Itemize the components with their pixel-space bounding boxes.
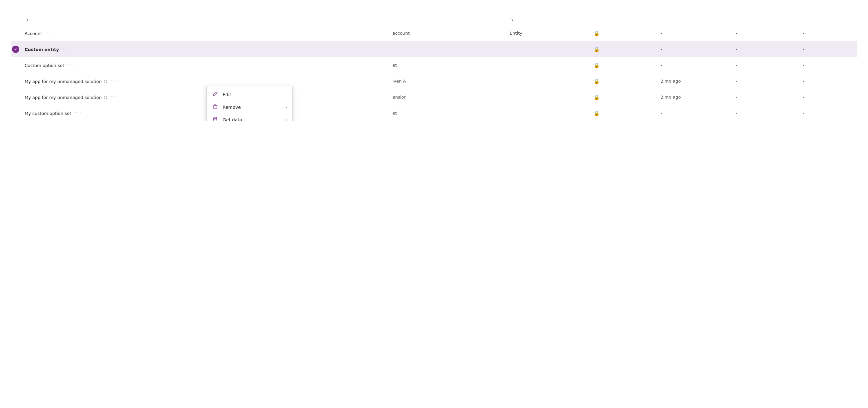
cell-owner: -	[732, 73, 799, 89]
context-menu-overlay: EditRemove›Get data›Export dataOpen in E…	[206, 86, 293, 121]
cell-type	[506, 41, 590, 57]
cell-name: iven A	[389, 73, 506, 89]
table-row[interactable]: My app for my unmanaged solution⬡ ···ens…	[11, 89, 857, 105]
breadcrumb	[0, 0, 868, 9]
cell-display-name: My app for my unmanaged solution⬡ ···	[21, 73, 389, 89]
menu-item-remove[interactable]: Remove›	[207, 101, 292, 114]
cell-status: -	[799, 105, 857, 121]
row-selector-4[interactable]	[11, 89, 21, 105]
selected-check: ✓	[12, 46, 19, 53]
ellipsis-button[interactable]: ···	[108, 93, 119, 101]
cell-display-name: My app for my unmanaged solution⬡ ···	[21, 89, 389, 105]
display-name-text: Custom entity	[25, 47, 59, 52]
menu-item-label-remove: Remove	[223, 105, 241, 110]
cell-modified: 2 mo ago	[656, 89, 732, 105]
cell-managed: 🔒	[590, 89, 656, 105]
context-menu: EditRemove›Get data›Export dataOpen in E…	[206, 86, 293, 121]
cell-name: et	[389, 57, 506, 73]
svg-point-1	[214, 117, 217, 119]
row-selector-1[interactable]: ✓	[11, 41, 21, 57]
cell-owner: -	[732, 105, 799, 121]
table-row[interactable]: ✓Custom entity ···🔒---	[11, 41, 857, 57]
cell-display-name: Custom entity ···	[21, 41, 389, 57]
submenu-chevron-icon: ›	[285, 118, 287, 121]
cell-status: -	[799, 73, 857, 89]
cell-display-name: My custom option set ···	[21, 105, 389, 121]
col-header-modified	[656, 14, 732, 25]
cell-type	[506, 105, 590, 121]
select-all-header[interactable]	[11, 14, 21, 25]
cell-owner: -	[732, 41, 799, 57]
cell-modified: -	[656, 41, 732, 57]
cell-owner: -	[732, 89, 799, 105]
lock-icon: 🔒	[593, 62, 600, 68]
table-row[interactable]: Account ···accountEntity🔒---	[11, 25, 857, 41]
cell-status: -	[799, 41, 857, 57]
cell-managed: 🔒	[590, 41, 656, 57]
row-selector-0[interactable]	[11, 25, 21, 41]
main-content: ∨ ∨	[0, 9, 868, 121]
solutions-table: ∨ ∨	[11, 14, 857, 121]
row-selector-3[interactable]	[11, 73, 21, 89]
col-header-type[interactable]: ∨	[506, 14, 590, 25]
cell-managed: 🔒	[590, 25, 656, 41]
menu-item-label-edit: Edit	[223, 92, 231, 97]
lock-icon: 🔒	[593, 46, 600, 52]
col-header-display-name[interactable]: ∨	[21, 14, 389, 25]
lock-icon: 🔒	[593, 30, 600, 36]
cell-managed: 🔒	[590, 73, 656, 89]
cell-modified: -	[656, 57, 732, 73]
external-link-icon: ⬡	[104, 95, 107, 100]
cell-owner: -	[732, 57, 799, 73]
cell-name: ensior	[389, 89, 506, 105]
submenu-chevron-icon: ›	[285, 105, 287, 110]
table-header-row: ∨ ∨	[11, 14, 857, 25]
ellipsis-button[interactable]: ···	[72, 109, 84, 117]
cell-managed: 🔒	[590, 105, 656, 121]
cell-type	[506, 89, 590, 105]
cell-status: -	[799, 25, 857, 41]
cell-display-name: Custom option set ···	[21, 57, 389, 73]
svg-rect-0	[214, 106, 217, 109]
col-header-name	[389, 14, 506, 25]
cell-modified: -	[656, 25, 732, 41]
cell-modified: -	[656, 105, 732, 121]
cell-managed: 🔒	[590, 57, 656, 73]
trash-icon	[212, 104, 219, 111]
display-name-text: Account	[25, 31, 42, 36]
cell-owner: -	[732, 25, 799, 41]
database-icon	[212, 117, 219, 121]
display-name-text: My custom option set	[25, 111, 71, 116]
table-row[interactable]: My custom option set ···et🔒---	[11, 105, 857, 121]
cell-name	[389, 41, 506, 57]
cell-display-name: Account ···	[21, 25, 389, 41]
display-name-text: Custom option set	[25, 63, 64, 68]
lock-icon: 🔒	[593, 110, 600, 116]
pencil-icon	[212, 91, 219, 98]
lock-icon: 🔒	[593, 78, 600, 84]
display-name-text: My app for my unmanaged solution	[25, 79, 102, 84]
col-header-owner	[732, 14, 799, 25]
menu-item-get-data[interactable]: Get data›	[207, 114, 292, 121]
ellipsis-button[interactable]: ···	[43, 29, 55, 37]
table-row[interactable]: My app for my unmanaged solution⬡ ···ive…	[11, 73, 857, 89]
cell-status: -	[799, 89, 857, 105]
ellipsis-button[interactable]: ···	[66, 61, 76, 69]
menu-item-label-get-data: Get data	[223, 117, 242, 121]
ellipsis-button[interactable]: ···	[108, 77, 119, 85]
col-header-status	[799, 14, 857, 25]
row-selector-5[interactable]	[11, 105, 21, 121]
cell-type: Entity	[506, 25, 590, 41]
cell-status: -	[799, 57, 857, 73]
ellipsis-button[interactable]: ···	[60, 45, 71, 53]
lock-icon: 🔒	[593, 94, 600, 100]
table-row[interactable]: Custom option set ···et🔒---	[11, 57, 857, 73]
sort-icon-type: ∨	[511, 17, 514, 22]
display-name-text: My app for my unmanaged solution	[25, 95, 102, 100]
row-selector-2[interactable]	[11, 57, 21, 73]
sort-icon-display-name: ∨	[26, 17, 29, 22]
cell-type	[506, 73, 590, 89]
external-link-icon: ⬡	[104, 79, 107, 84]
menu-item-edit[interactable]: Edit	[207, 88, 292, 101]
cell-type	[506, 57, 590, 73]
